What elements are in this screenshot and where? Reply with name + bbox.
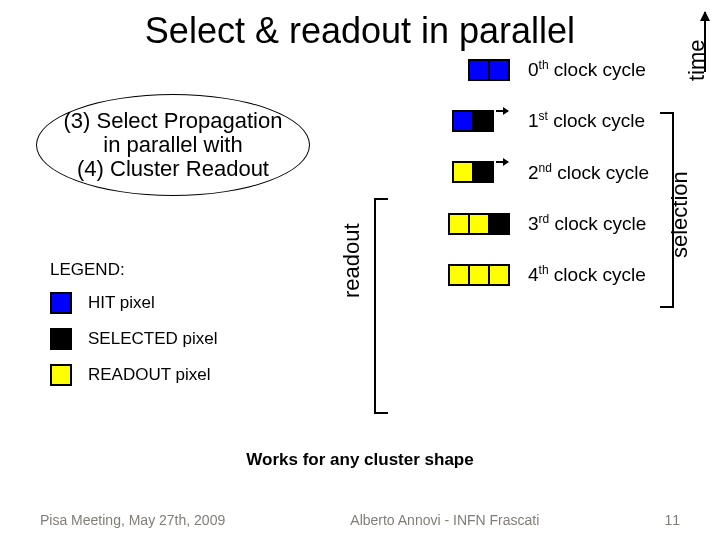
legend-selected-label: SELECTED pixel <box>88 329 217 349</box>
legend-hit-label: HIT pixel <box>88 293 155 313</box>
legend-selected: SELECTED pixel <box>50 328 217 350</box>
cycles-column: 0th clock cycle 1st clock cycle 2nd cloc… <box>400 58 649 315</box>
legend-title: LEGEND: <box>50 260 217 280</box>
arrow-icon <box>496 161 508 163</box>
bubble-line1: (3) Select Propagation <box>64 109 283 133</box>
works-caption: Works for any cluster shape <box>0 450 720 470</box>
cycle-1-pixels <box>400 110 510 132</box>
cycle-4: 4th clock cycle <box>400 263 649 286</box>
footer-center: Alberto Annovi - INFN Frascati <box>350 512 539 528</box>
propagation-bubble: (3) Select Propagation in parallel with … <box>36 94 310 196</box>
readout-pixel <box>468 213 490 235</box>
readout-swatch <box>50 364 72 386</box>
cycle-0-label: 0th clock cycle <box>528 58 646 81</box>
readout-axis-label: readout <box>339 223 365 298</box>
bubble-line2: in parallel with <box>103 133 242 157</box>
selected-pixel <box>472 110 494 132</box>
footer-right: 11 <box>664 512 680 528</box>
readout-pixel <box>488 264 510 286</box>
bubble-line3: (4) Cluster Readout <box>77 157 269 181</box>
cycle-0-pixels <box>400 59 510 81</box>
cycle-4-pixels <box>400 264 510 286</box>
readout-pixel <box>468 264 490 286</box>
legend-readout-label: READOUT pixel <box>88 365 211 385</box>
readout-pixel <box>448 264 470 286</box>
readout-pixel <box>448 213 470 235</box>
cycle-3-label: 3rd clock cycle <box>528 212 646 235</box>
selection-axis-label: selection <box>667 171 693 258</box>
legend: LEGEND: HIT pixel SELECTED pixel READOUT… <box>50 260 217 400</box>
footer-left: Pisa Meeting, May 27th, 2009 <box>40 512 225 528</box>
cycle-3-pixels <box>400 213 510 235</box>
cycle-3: 3rd clock cycle <box>400 212 649 235</box>
time-axis-label: time <box>684 39 710 81</box>
cycle-1-label: 1st clock cycle <box>528 109 645 132</box>
readout-pixel <box>452 161 474 183</box>
selected-swatch <box>50 328 72 350</box>
legend-hit: HIT pixel <box>50 292 217 314</box>
cycle-2-label: 2nd clock cycle <box>528 161 649 184</box>
cycle-2-pixels <box>400 161 510 183</box>
selected-pixel <box>472 161 494 183</box>
footer: Pisa Meeting, May 27th, 2009 Alberto Ann… <box>0 512 720 528</box>
cycle-2: 2nd clock cycle <box>400 161 649 184</box>
selected-pixel <box>488 213 510 235</box>
readout-bracket <box>374 198 388 414</box>
slide-title: Select & readout in parallel <box>0 0 720 52</box>
hit-pixel <box>488 59 510 81</box>
legend-readout: READOUT pixel <box>50 364 217 386</box>
arrow-icon <box>496 110 508 112</box>
hit-pixel <box>452 110 474 132</box>
hit-swatch <box>50 292 72 314</box>
hit-pixel <box>468 59 490 81</box>
cycle-1: 1st clock cycle <box>400 109 649 132</box>
cycle-0: 0th clock cycle <box>400 58 649 81</box>
cycle-4-label: 4th clock cycle <box>528 263 646 286</box>
